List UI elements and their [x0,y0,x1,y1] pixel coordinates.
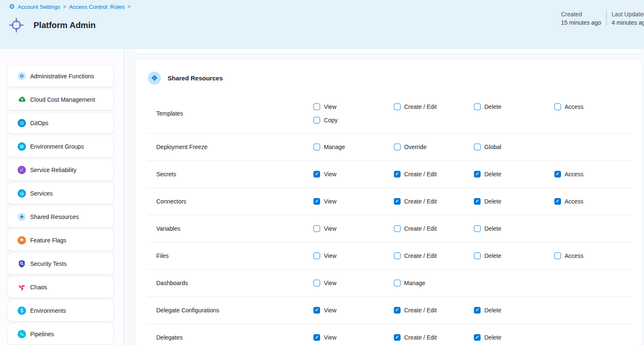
permission-label: Delete [484,334,501,341]
sidebar-item-environments[interactable]: $Environments [8,300,114,321]
checkbox-connectors-access[interactable]: ✓ [554,198,561,205]
breadcrumb-link-account-settings[interactable]: Account Settings [18,4,60,10]
page-header: ⚙ Account Settings>Access Control: Roles… [0,0,644,49]
permission-grid: ✓View✓Manage [313,280,634,286]
permission-connectors-create-edit: ✓Create / Edit [394,198,474,205]
checkbox-dashboards-manage[interactable]: ✓ [394,280,401,286]
permission-grid: ✓Manage✓Override✓Global [313,144,634,150]
permission-row-connectors: Connectors✓View✓Create / Edit✓Delete✓Acc… [135,188,642,215]
checkbox-files-delete[interactable]: ✓ [474,252,481,259]
breadcrumb: ⚙ Account Settings>Access Control: Roles… [9,3,131,10]
check-icon: ✓ [315,308,318,312]
permission-secrets-delete: ✓Delete [474,171,554,178]
section-header: ❖ Shared Resources [135,59,642,85]
resource-label: Templates [156,110,313,117]
breadcrumb-link-access-control-roles[interactable]: Access Control: Roles [69,4,125,10]
checkbox-files-create-edit[interactable]: ✓ [394,252,401,259]
permission-label: View [324,252,336,259]
permission-label: Create / Edit [404,103,437,110]
checkbox-templates-create-edit[interactable]: ✓ [394,103,401,110]
checkbox-secrets-access[interactable]: ✓ [554,171,561,178]
sidebar-item-services[interactable]: ◎Services [8,183,114,204]
resource-label: Dashboards [156,280,313,286]
permission-files-delete: ✓Delete [474,252,554,259]
sidebar-item-label: Services [30,190,53,197]
permission-label: Delete [484,252,501,259]
sidebar-item-security-tests[interactable]: Security Tests [8,253,114,274]
checkbox-secrets-view[interactable]: ✓ [313,171,320,178]
checkbox-variables-create-edit[interactable]: ✓ [394,225,401,232]
checkbox-delegates-delete[interactable]: ✓ [474,334,481,341]
gear-icon[interactable]: ⚙ [9,3,15,10]
permission-label: Override [404,144,427,150]
check-icon: ✓ [395,308,399,312]
sidebar-item-pipelines[interactable]: ∿Pipelines [8,324,114,345]
checkbox-connectors-view[interactable]: ✓ [313,198,320,205]
sidebar-item-label: Environment Groups [30,143,84,150]
checkbox-templates-view[interactable]: ✓ [313,103,320,110]
permission-row-deployment-freeze: Deployment Freeze✓Manage✓Override✓Global [135,134,642,160]
created-block: Created 15 minutes ago [561,11,601,26]
sidebar-item-gitops[interactable]: ⊙GitOps [8,113,114,134]
checkbox-secrets-create-edit[interactable]: ✓ [394,171,401,178]
checkbox-delegate-configurations-create-edit[interactable]: ✓ [394,307,401,314]
check-icon: ✓ [395,335,399,340]
checkbox-delegate-configurations-delete[interactable]: ✓ [474,307,481,314]
check-icon: ✓ [395,199,399,203]
title-row: Platform Admin [8,17,96,33]
permission-label: Access [565,103,584,110]
checkbox-deployment-freeze-manage[interactable]: ✓ [313,144,320,150]
permission-secrets-create-edit: ✓Create / Edit [394,171,474,178]
checkbox-dashboards-view[interactable]: ✓ [313,280,320,286]
checkbox-templates-copy[interactable]: ✓ [313,117,320,124]
permission-templates-view: ✓View [313,103,394,110]
sidebar-item-environment-groups[interactable]: ⚙Environment Groups [8,136,114,157]
permission-label: Delete [484,198,501,205]
checkbox-templates-access[interactable]: ✓ [554,103,561,110]
permission-label: Global [484,144,501,150]
resource-label: Variables [156,225,313,232]
created-value: 15 minutes ago [561,19,601,26]
permission-templates-delete: ✓Delete [474,103,554,110]
checkbox-variables-view[interactable]: ✓ [313,225,320,232]
sidebar-item-cloud-cost-management[interactable]: $Cloud Cost Management [8,89,114,110]
checkbox-connectors-delete[interactable]: ✓ [474,198,481,205]
checkbox-files-access[interactable]: ✓ [554,252,561,259]
permission-label: Manage [324,144,345,150]
sidebar-item-label: Pipelines [30,331,54,337]
checkbox-connectors-create-edit[interactable]: ✓ [394,198,401,205]
permission-variables-view: ✓View [313,225,394,232]
breadcrumb-separator: > [63,4,66,10]
sidebar-item-service-reliability[interactable]: ✓Service Reliability [8,160,114,180]
checkbox-deployment-freeze-override[interactable]: ✓ [394,144,401,150]
checkbox-delegate-configurations-view[interactable]: ✓ [313,307,320,314]
sidebar-item-chaos[interactable]: Chaos [8,277,114,298]
sidebar-item-administrative-functions[interactable]: ⚙Administrative Functions [8,66,114,87]
section-title: Shared Resources [168,75,223,82]
permission-label: View [324,171,336,178]
checkbox-templates-delete[interactable]: ✓ [474,103,481,110]
permission-label: Delete [484,171,501,178]
checkbox-deployment-freeze-global[interactable]: ✓ [474,144,481,150]
checkbox-variables-delete[interactable]: ✓ [474,225,481,232]
checkbox-delegates-create-edit[interactable]: ✓ [394,334,401,341]
role-meta: Created 15 minutes ago Last Updated 4 mi… [561,11,644,26]
sidebar-item-label: Service Reliability [30,167,76,173]
checkbox-delegates-view[interactable]: ✓ [313,334,320,341]
permission-label: Manage [404,280,426,286]
sidebar-item-label: Administrative Functions [30,73,94,80]
pipelines-icon: ∿ [18,330,26,338]
permission-delegates-view: ✓View [313,334,394,341]
shared-resources-icon: ❖ [18,213,26,221]
checkbox-files-view[interactable]: ✓ [313,252,320,259]
permission-grid: ✓View✓Create / Edit✓Delete [313,334,634,341]
permission-delegates-delete: ✓Delete [474,334,554,341]
gitops-icon: ⊙ [18,119,26,127]
permission-row-templates: Templates✓View✓Create / Edit✓Delete✓Acce… [135,93,642,133]
sidebar-item-shared-resources[interactable]: ❖Shared Resources [8,206,114,227]
resource-category-sidebar: ⚙Administrative Functions$Cloud Cost Man… [0,49,124,345]
checkbox-secrets-delete[interactable]: ✓ [474,171,481,178]
sidebar-item-feature-flags[interactable]: ⚑Feature Flags [8,230,114,251]
last-updated-label: Last Updated [612,11,644,18]
page-title: Platform Admin [34,21,96,30]
